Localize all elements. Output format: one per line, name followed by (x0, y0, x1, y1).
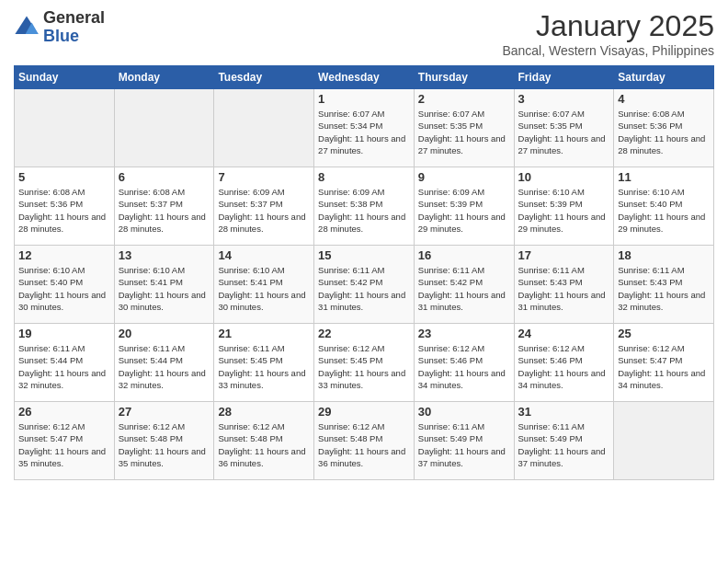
day-info: Sunrise: 6:09 AM Sunset: 5:39 PM Dayligh… (418, 186, 510, 235)
day-info: Sunrise: 6:08 AM Sunset: 5:37 PM Dayligh… (119, 186, 210, 235)
calendar-cell: 16Sunrise: 6:11 AM Sunset: 5:42 PM Dayli… (414, 246, 514, 324)
calendar-cell: 4Sunrise: 6:08 AM Sunset: 5:36 PM Daylig… (614, 89, 714, 167)
calendar-cell: 23Sunrise: 6:12 AM Sunset: 5:46 PM Dayli… (414, 324, 514, 402)
week-row-4: 19Sunrise: 6:11 AM Sunset: 5:44 PM Dayli… (15, 324, 714, 402)
day-number: 11 (618, 170, 710, 184)
header-wednesday: Wednesday (314, 66, 415, 89)
month-title: January 2025 (502, 9, 714, 43)
day-info: Sunrise: 6:11 AM Sunset: 5:44 PM Dayligh… (119, 342, 210, 391)
day-number: 15 (318, 248, 410, 262)
calendar-cell (614, 402, 714, 480)
calendar-cell: 30Sunrise: 6:11 AM Sunset: 5:49 PM Dayli… (414, 402, 514, 480)
day-info: Sunrise: 6:12 AM Sunset: 5:48 PM Dayligh… (119, 420, 210, 469)
header-friday: Friday (514, 66, 614, 89)
calendar-cell: 7Sunrise: 6:09 AM Sunset: 5:37 PM Daylig… (214, 167, 314, 246)
calendar-cell: 18Sunrise: 6:11 AM Sunset: 5:43 PM Dayli… (614, 246, 714, 324)
day-info: Sunrise: 6:07 AM Sunset: 5:35 PM Dayligh… (418, 108, 510, 156)
calendar-cell: 17Sunrise: 6:11 AM Sunset: 5:43 PM Dayli… (514, 246, 614, 324)
calendar-cell: 11Sunrise: 6:10 AM Sunset: 5:40 PM Dayli… (614, 167, 714, 246)
day-number: 14 (218, 248, 310, 262)
calendar-cell: 6Sunrise: 6:08 AM Sunset: 5:37 PM Daylig… (114, 167, 214, 246)
week-row-1: 1Sunrise: 6:07 AM Sunset: 5:34 PM Daylig… (15, 89, 714, 167)
day-number: 1 (318, 92, 410, 106)
day-number: 2 (418, 92, 510, 106)
calendar-cell: 24Sunrise: 6:12 AM Sunset: 5:46 PM Dayli… (514, 324, 614, 402)
calendar-cell: 27Sunrise: 6:12 AM Sunset: 5:48 PM Dayli… (114, 402, 214, 480)
day-info: Sunrise: 6:12 AM Sunset: 5:46 PM Dayligh… (518, 342, 610, 391)
day-number: 3 (518, 92, 610, 106)
calendar-cell (114, 89, 214, 167)
day-info: Sunrise: 6:12 AM Sunset: 5:45 PM Dayligh… (318, 342, 410, 391)
calendar-cell: 22Sunrise: 6:12 AM Sunset: 5:45 PM Dayli… (314, 324, 415, 402)
day-info: Sunrise: 6:09 AM Sunset: 5:38 PM Dayligh… (318, 186, 410, 235)
calendar-cell (15, 89, 115, 167)
calendar-cell: 26Sunrise: 6:12 AM Sunset: 5:47 PM Dayli… (15, 402, 115, 480)
calendar-cell (214, 89, 314, 167)
day-info: Sunrise: 6:09 AM Sunset: 5:37 PM Dayligh… (218, 186, 310, 235)
week-row-5: 26Sunrise: 6:12 AM Sunset: 5:47 PM Dayli… (15, 402, 714, 480)
day-info: Sunrise: 6:10 AM Sunset: 5:40 PM Dayligh… (618, 186, 710, 235)
header-monday: Monday (114, 66, 214, 89)
day-info: Sunrise: 6:07 AM Sunset: 5:35 PM Dayligh… (518, 108, 610, 156)
day-number: 24 (518, 327, 610, 340)
day-number: 9 (418, 170, 510, 184)
calendar-cell: 8Sunrise: 6:09 AM Sunset: 5:38 PM Daylig… (314, 167, 415, 246)
header-saturday: Saturday (614, 66, 714, 89)
calendar-cell: 13Sunrise: 6:10 AM Sunset: 5:41 PM Dayli… (114, 246, 214, 324)
calendar-cell: 5Sunrise: 6:08 AM Sunset: 5:36 PM Daylig… (15, 167, 115, 246)
day-info: Sunrise: 6:11 AM Sunset: 5:49 PM Dayligh… (518, 420, 610, 469)
day-number: 12 (18, 248, 110, 262)
calendar-cell: 3Sunrise: 6:07 AM Sunset: 5:35 PM Daylig… (514, 89, 614, 167)
day-info: Sunrise: 6:12 AM Sunset: 5:47 PM Dayligh… (618, 342, 710, 391)
week-row-3: 12Sunrise: 6:10 AM Sunset: 5:40 PM Dayli… (15, 246, 714, 324)
day-number: 10 (518, 170, 610, 184)
calendar-header-row: SundayMondayTuesdayWednesdayThursdayFrid… (15, 66, 714, 89)
calendar-table: SundayMondayTuesdayWednesdayThursdayFrid… (14, 65, 714, 480)
day-number: 16 (418, 248, 510, 262)
logo-blue-text: Blue (43, 28, 105, 46)
day-info: Sunrise: 6:10 AM Sunset: 5:41 PM Dayligh… (119, 264, 210, 313)
day-number: 8 (318, 170, 410, 184)
day-number: 28 (218, 405, 310, 419)
calendar-cell: 14Sunrise: 6:10 AM Sunset: 5:41 PM Dayli… (214, 246, 314, 324)
day-info: Sunrise: 6:10 AM Sunset: 5:41 PM Dayligh… (218, 264, 310, 313)
calendar-cell: 9Sunrise: 6:09 AM Sunset: 5:39 PM Daylig… (414, 167, 514, 246)
day-number: 31 (518, 405, 610, 419)
day-number: 29 (318, 405, 410, 419)
location: Bancal, Western Visayas, Philippines (502, 43, 714, 58)
header-thursday: Thursday (414, 66, 514, 89)
day-number: 21 (218, 327, 310, 340)
day-number: 20 (119, 327, 210, 340)
calendar-cell: 2Sunrise: 6:07 AM Sunset: 5:35 PM Daylig… (414, 89, 514, 167)
day-number: 27 (119, 405, 210, 419)
day-info: Sunrise: 6:07 AM Sunset: 5:34 PM Dayligh… (318, 108, 410, 156)
day-info: Sunrise: 6:11 AM Sunset: 5:43 PM Dayligh… (518, 264, 610, 313)
day-info: Sunrise: 6:11 AM Sunset: 5:42 PM Dayligh… (318, 264, 410, 313)
logo-general-text: General (43, 9, 105, 28)
day-number: 5 (18, 170, 110, 184)
week-row-2: 5Sunrise: 6:08 AM Sunset: 5:36 PM Daylig… (15, 167, 714, 246)
day-info: Sunrise: 6:11 AM Sunset: 5:49 PM Dayligh… (418, 420, 510, 469)
header-tuesday: Tuesday (214, 66, 314, 89)
calendar-cell: 15Sunrise: 6:11 AM Sunset: 5:42 PM Dayli… (314, 246, 415, 324)
day-info: Sunrise: 6:10 AM Sunset: 5:40 PM Dayligh… (18, 264, 110, 313)
calendar-cell: 19Sunrise: 6:11 AM Sunset: 5:44 PM Dayli… (15, 324, 115, 402)
calendar-cell: 28Sunrise: 6:12 AM Sunset: 5:48 PM Dayli… (214, 402, 314, 480)
day-number: 25 (618, 327, 710, 340)
day-number: 23 (418, 327, 510, 340)
calendar-cell: 29Sunrise: 6:12 AM Sunset: 5:48 PM Dayli… (314, 402, 415, 480)
day-info: Sunrise: 6:08 AM Sunset: 5:36 PM Dayligh… (618, 108, 710, 156)
calendar-cell: 25Sunrise: 6:12 AM Sunset: 5:47 PM Dayli… (614, 324, 714, 402)
calendar-cell: 20Sunrise: 6:11 AM Sunset: 5:44 PM Dayli… (114, 324, 214, 402)
calendar-cell: 31Sunrise: 6:11 AM Sunset: 5:49 PM Dayli… (514, 402, 614, 480)
day-info: Sunrise: 6:12 AM Sunset: 5:46 PM Dayligh… (418, 342, 510, 391)
calendar-cell: 1Sunrise: 6:07 AM Sunset: 5:34 PM Daylig… (314, 89, 415, 167)
logo-icon (14, 15, 40, 40)
header: General Blue January 2025 Bancal, Wester… (14, 9, 714, 58)
day-info: Sunrise: 6:11 AM Sunset: 5:44 PM Dayligh… (18, 342, 110, 391)
day-number: 18 (618, 248, 710, 262)
day-number: 6 (119, 170, 210, 184)
day-info: Sunrise: 6:12 AM Sunset: 5:47 PM Dayligh… (18, 420, 110, 469)
day-number: 26 (18, 405, 110, 419)
day-number: 7 (218, 170, 310, 184)
